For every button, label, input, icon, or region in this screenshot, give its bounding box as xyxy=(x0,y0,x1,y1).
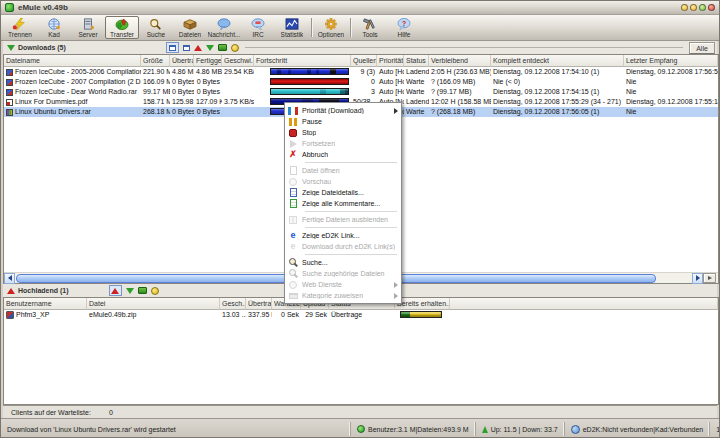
menu-separator xyxy=(305,162,397,163)
emule-bird-icon xyxy=(357,425,365,433)
toolbar-button-transfer[interactable]: Transfer xyxy=(105,16,139,39)
comments-icon xyxy=(290,199,297,208)
uploads-list: Benutzername Datei Gesch... Übertra... W… xyxy=(3,297,719,405)
toolbar-button-server[interactable]: Server xyxy=(71,16,105,39)
category-icon xyxy=(289,293,298,299)
column-header-status[interactable]: Status xyxy=(404,55,429,67)
scroll-left-button[interactable] xyxy=(4,273,15,284)
column-header-remaining[interactable]: Verbleibend xyxy=(429,55,491,67)
menu-item-cancel[interactable]: Abbruch xyxy=(285,149,401,160)
upload-arrow-icon[interactable] xyxy=(194,45,202,51)
cancel-icon xyxy=(288,150,298,159)
column-header-file[interactable]: Datei xyxy=(87,298,220,310)
column-header-transferred[interactable]: Übertra... xyxy=(170,55,194,67)
minimize-button[interactable] xyxy=(681,4,688,11)
status-rates: Up: 11.5 | Down: 33.7 xyxy=(491,426,558,433)
column-more-button[interactable] xyxy=(703,273,716,283)
column-header-transferred[interactable]: Übertra... xyxy=(246,298,272,310)
media-file-icon xyxy=(6,69,13,76)
credits-icon[interactable] xyxy=(138,287,147,294)
column-header-sources[interactable]: Quellen xyxy=(351,55,377,67)
status-users-section: Benutzer:3.1 M|Dateien:493.9 M xyxy=(350,422,475,436)
column-header-size[interactable]: Größe xyxy=(141,55,170,67)
options-gear-icon xyxy=(322,18,340,31)
upload-arrow-icon xyxy=(111,288,119,294)
toolbar-button-search[interactable]: Suche xyxy=(139,16,173,39)
submenu-arrow-icon xyxy=(394,293,398,299)
toolbar-button-irc[interactable]: IRC xyxy=(241,16,275,39)
download-row[interactable]: Frozen IceCube - 2005-2006 Compilation (… xyxy=(4,67,718,77)
pause-icon xyxy=(289,118,297,126)
download-arrow-icon[interactable] xyxy=(126,288,134,294)
split-window-button[interactable] xyxy=(166,42,179,53)
submenu-arrow-icon xyxy=(394,282,398,288)
menu-item-search[interactable]: Suche... xyxy=(285,257,401,268)
downloads-panel-bar: Downloads (5) Alle xyxy=(3,41,717,54)
status-rates-section: Up: 11.5 | Down: 33.7 xyxy=(475,422,564,436)
toolbar-button-disconnect[interactable]: Trennen xyxy=(3,16,37,39)
status-users: Benutzer:3.1 M|Dateien:493.9 M xyxy=(368,426,469,433)
download-arrow-icon[interactable] xyxy=(206,45,214,51)
coin-icon[interactable] xyxy=(151,287,159,295)
credits-icon[interactable] xyxy=(218,44,227,51)
more-arrow-icon xyxy=(708,276,712,280)
menu-item-priority[interactable]: Priorität (Download) xyxy=(285,105,401,116)
tools-hammer-icon xyxy=(361,18,379,31)
column-header-completed[interactable]: Fertigge... xyxy=(194,55,222,67)
toolbar-button-messages[interactable]: Nachricht... xyxy=(207,16,241,39)
menu-item-comments[interactable]: Zeige alle Kommentare... xyxy=(285,198,401,209)
pdf-file-icon xyxy=(6,99,13,106)
downloads-title: Downloads (5) xyxy=(18,44,66,51)
toolbar-button-kad[interactable]: Kad xyxy=(37,16,71,39)
search-icon xyxy=(288,258,298,267)
column-header-last-received[interactable]: Letzter Empfang xyxy=(624,55,718,67)
menu-item-resume: Fortsetzen xyxy=(285,138,401,149)
menu-item-stop[interactable]: Stop xyxy=(285,127,401,138)
context-menu: Priorität (Download) Pause Stop Fortsetz… xyxy=(284,102,402,304)
svg-text:?: ? xyxy=(402,20,406,27)
upload-view-button[interactable] xyxy=(109,285,122,296)
scroll-right-button[interactable] xyxy=(692,273,703,284)
archive-file-icon xyxy=(6,109,13,116)
close-button[interactable] xyxy=(708,4,715,11)
queue-bar: Clients auf der Warteliste: 0 xyxy=(3,405,717,418)
menu-item-web-services: Web Dienste xyxy=(285,279,401,290)
menu-item-assign-category: Kategorie zuweisen xyxy=(285,290,401,301)
status-extra: 13.9 | 8ms | 40% xyxy=(716,426,720,433)
toolbar-button-options[interactable]: Optionen xyxy=(314,16,348,39)
tray-button[interactable] xyxy=(699,4,706,11)
menu-item-pause[interactable]: Pause xyxy=(285,116,401,127)
server-icon xyxy=(79,18,97,31)
menu-item-open-file: Datei öffnen xyxy=(285,165,401,176)
column-header-received[interactable]: Bereits erhalten... xyxy=(395,298,450,310)
toolbar-button-statistics[interactable]: Statistik xyxy=(275,16,309,39)
column-header-discovered[interactable]: Komplett entdeckt xyxy=(491,55,624,67)
column-header-username[interactable]: Benutzername xyxy=(4,298,87,310)
coin-icon[interactable] xyxy=(231,44,239,52)
column-header-filename[interactable]: Dateiname xyxy=(4,55,141,67)
menu-item-file-details[interactable]: Zeige Dateidetails... xyxy=(285,187,401,198)
emule-window: eMule v0.49b Trennen Kad Server xyxy=(0,0,720,438)
maximize-button[interactable] xyxy=(690,4,697,11)
column-header-priority[interactable]: Priorität xyxy=(377,55,404,67)
category-tab-all[interactable]: Alle xyxy=(689,42,715,54)
right-arrow-icon xyxy=(696,275,700,281)
main-toolbar: Trennen Kad Server Transfer Suche xyxy=(1,15,719,41)
media-file-icon xyxy=(6,89,13,96)
toolbar-button-help[interactable]: ? Hilfe xyxy=(387,16,421,39)
column-header-speed[interactable]: Gesch... xyxy=(220,298,246,310)
window-arrow-icon[interactable] xyxy=(183,45,190,51)
upload-row[interactable]: Phfm3_XP eMule0.49b.zip 13.03 ... 337.95… xyxy=(4,310,718,320)
stop-icon xyxy=(289,129,297,137)
disconnect-icon xyxy=(11,18,29,31)
file-details-icon xyxy=(290,188,297,197)
title-bar: eMule v0.49b xyxy=(1,1,719,15)
menu-item-ed2k-link[interactable]: Zeige eD2K Link... xyxy=(285,230,401,241)
menu-item-search-related: Suche zugehörige Dateien xyxy=(285,268,401,279)
toolbar-button-tools[interactable]: Tools xyxy=(353,16,387,39)
download-row[interactable]: Frozen IceCube - 2007 Compilation (2 Dis… xyxy=(4,77,718,87)
column-header-progress[interactable]: Fortschritt xyxy=(254,55,351,67)
column-header-speed[interactable]: Geschwi... xyxy=(222,55,254,67)
download-row[interactable]: Frozen IceCube - Dear World Radio.rar 99… xyxy=(4,87,718,97)
toolbar-button-files[interactable]: Dateien xyxy=(173,16,207,39)
